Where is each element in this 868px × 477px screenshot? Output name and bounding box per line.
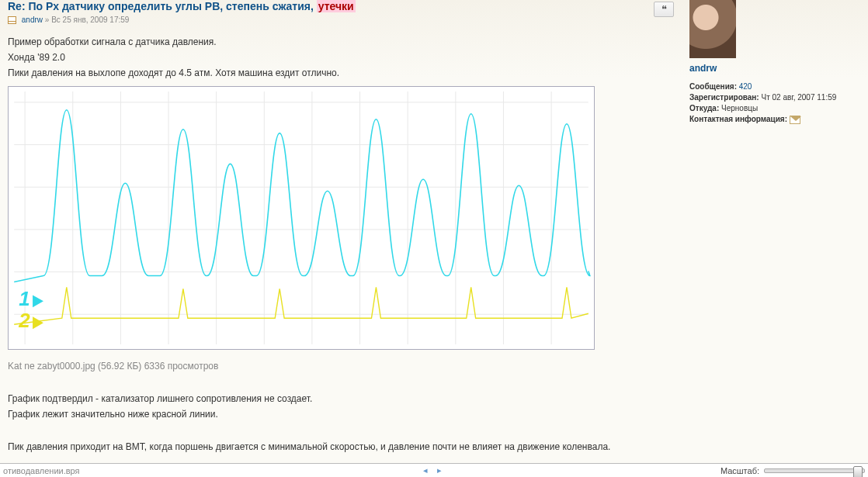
attachment: 12 Kat ne zabyt0000.jpg (56.92 КБ) 6336 …: [8, 86, 674, 373]
post-line: График лежит значительно ниже красной ли…: [8, 407, 674, 421]
attachment-caption: Kat ne zabyt0000.jpg (56.92 КБ) 6336 про…: [8, 359, 674, 373]
post-meta-sep: »: [43, 16, 51, 24]
statusbar-filename-fragment: отиводавлении.вря: [3, 466, 80, 475]
post-title-highlight: утечки: [317, 0, 356, 12]
oscilloscope-plot: 12: [8, 86, 595, 350]
profile-contact-link[interactable]: [790, 115, 800, 123]
viewer-statusbar: отиводавлении.вря ◂ ▸ Масштаб:: [0, 463, 868, 477]
profile-registered-label: Зарегистрирован:: [689, 93, 761, 102]
post-line: Пример обработки сигнала с датчика давле…: [8, 35, 674, 49]
profile-username-link[interactable]: andrw: [689, 63, 860, 74]
post-line: График подтвердил - катализатор лишнего …: [8, 392, 674, 406]
post-title-link[interactable]: Re: По Рх датчику определить углы РВ, ст…: [8, 0, 356, 12]
profile-from-label: Откуда:: [689, 104, 721, 112]
post-content: Пример обработки сигнала с датчика давле…: [8, 35, 674, 477]
profile-messages-link[interactable]: 420: [739, 82, 752, 91]
zoom-slider[interactable]: [764, 468, 865, 473]
post-title-text: Re: По Рх датчику определить углы РВ, ст…: [8, 0, 314, 12]
profile-contact-label: Контактная информация:: [689, 115, 790, 123]
post-meta: andrw » Вс 25 янв, 2009 17:59: [8, 16, 674, 24]
avatar[interactable]: [689, 0, 736, 58]
author-profile: andrw Сообщения: 420 Зарегистрирован: Чт…: [689, 0, 860, 477]
svg-marker-21: [33, 317, 43, 330]
statusbar-nav-arrows[interactable]: ◂ ▸: [423, 465, 444, 475]
post-author-link[interactable]: andrw: [22, 16, 43, 24]
profile-messages-label: Сообщения:: [689, 82, 739, 91]
svg-text:2: 2: [18, 310, 30, 332]
profile-registered-value: Чт 02 авг, 2007 11:59: [761, 93, 836, 102]
post-date: Вс 25 янв, 2009 17:59: [51, 16, 129, 24]
svg-marker-19: [33, 296, 43, 308]
quote-button[interactable]: ❝: [654, 2, 674, 17]
post-line: Хонда '89 2.0: [8, 50, 674, 64]
statusbar-scale-label: Масштаб:: [720, 466, 759, 475]
post-line: Пики давления на выхлопе доходят до 4.5 …: [8, 66, 674, 80]
svg-text:1: 1: [19, 289, 30, 310]
post-line: Пик давления приходит на ВМТ, когда порш…: [8, 440, 674, 454]
profile-from-value: Черновцы: [721, 104, 758, 112]
post-title: Re: По Рх датчику определить углы РВ, ст…: [8, 0, 674, 12]
mail-icon: [790, 116, 800, 124]
post-icon: [8, 16, 16, 24]
